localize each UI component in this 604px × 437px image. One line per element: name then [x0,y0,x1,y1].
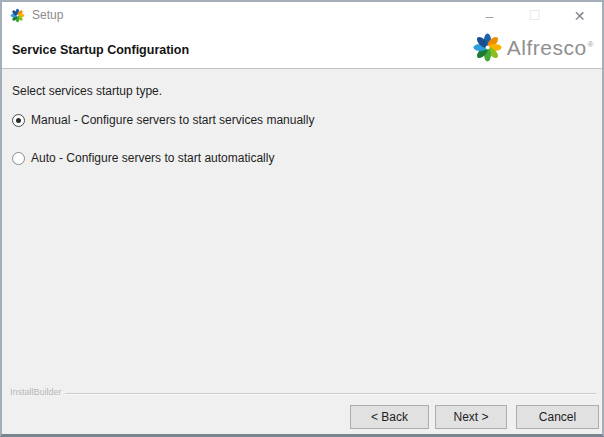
registered-mark: ® [588,40,594,49]
radio-option-auto[interactable]: Auto - Configure servers to start automa… [12,151,274,165]
instruction-text: Select services startup type. [12,84,162,98]
wizard-body: Select services startup type. Manual - C… [2,70,602,434]
radio-label-auto: Auto - Configure servers to start automa… [31,151,274,165]
next-button[interactable]: Next > [435,405,507,429]
maximize-icon: ☐ [512,2,557,29]
footer-divider [65,393,596,395]
alfresco-app-icon [10,8,25,23]
installbuilder-brand: InstallBuilder [10,387,62,397]
radio-button-selected-icon[interactable] [12,114,25,127]
alfresco-logo-text: Alfresco® [507,36,594,60]
wizard-header: Service Startup Configuration Alfresco® [2,29,602,69]
radio-option-manual[interactable]: Manual - Configure servers to start serv… [12,113,314,127]
alfresco-logo: Alfresco® [472,32,594,63]
setup-window: Setup – ☐ ✕ Service Startup Configuratio… [0,0,604,437]
window-title: Setup [32,2,63,28]
alfresco-pinwheel-icon [472,32,503,63]
close-icon[interactable]: ✕ [557,2,602,29]
title-bar: Setup – ☐ ✕ [2,2,602,29]
minimize-icon[interactable]: – [467,2,512,29]
back-button[interactable]: < Back [350,405,429,429]
radio-label-manual: Manual - Configure servers to start serv… [31,113,314,127]
page-title: Service Startup Configuration [12,43,189,57]
radio-button-unselected-icon[interactable] [12,152,25,165]
window-controls: – ☐ ✕ [467,2,602,29]
cancel-button[interactable]: Cancel [516,405,599,429]
